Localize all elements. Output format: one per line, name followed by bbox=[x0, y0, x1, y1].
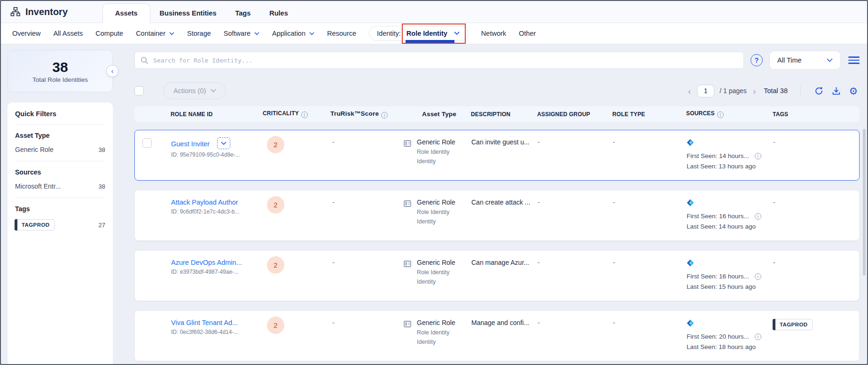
nav-network[interactable]: Network bbox=[481, 30, 506, 37]
time-range-dropdown[interactable]: All Time bbox=[769, 51, 841, 70]
sitemap-icon bbox=[10, 7, 21, 17]
gear-glyph: ⚙ bbox=[849, 86, 858, 96]
tag-pill: TAGPROD bbox=[773, 319, 813, 330]
column-header-trurisk-score: TruRisk™Scorei bbox=[327, 110, 395, 119]
role-identity-table: ROLE NAME ID CRITICALITYi TruRisk™Scorei… bbox=[134, 106, 860, 361]
table-row[interactable]: Viva Glint Tenant Ad... ID: 0ec3f692-38d… bbox=[134, 310, 860, 361]
role-name-cell: Viva Glint Tenant Ad... ID: 0ec3f692-38d… bbox=[168, 319, 260, 335]
asset-type-primary: Generic Role bbox=[417, 319, 455, 326]
filter-section-title: Sources bbox=[15, 168, 105, 176]
asset-type-text: Generic Role Role Identity Identity bbox=[417, 198, 455, 225]
chevron-down-icon bbox=[169, 32, 174, 35]
asset-type-text: Generic Role Role Identity Identity bbox=[417, 319, 455, 345]
nav-application-label: Application bbox=[272, 30, 305, 37]
assigned-group-cell: - bbox=[535, 198, 610, 206]
info-icon[interactable]: i bbox=[717, 111, 724, 118]
total-count-value: 38 bbox=[52, 59, 68, 75]
chevron-down-icon bbox=[221, 142, 227, 145]
menu-icon[interactable] bbox=[848, 55, 860, 66]
info-icon[interactable]: i bbox=[755, 213, 761, 220]
next-page-icon[interactable]: › bbox=[752, 87, 757, 95]
nav-application[interactable]: Application bbox=[272, 30, 314, 37]
table-body: Guest Inviter ID: 95e79109-95c0-4d8e-...… bbox=[134, 130, 860, 361]
tab-rules[interactable]: Rules bbox=[260, 4, 297, 23]
role-name-link[interactable]: Viva Glint Tenant Ad... bbox=[171, 319, 238, 326]
nav-software[interactable]: Software bbox=[224, 30, 259, 37]
nav-all-assets[interactable]: All Assets bbox=[53, 30, 83, 37]
content-area: 38 Total Role Identities ‹ Quick Filters… bbox=[1, 44, 867, 364]
role-identity-label: Role Identity bbox=[407, 30, 447, 37]
table-row[interactable]: Azure DevOps Admin... ID: e3973bdf-4987-… bbox=[134, 250, 860, 301]
vertical-scrollbar[interactable] bbox=[863, 129, 866, 276]
chevron-down-icon bbox=[454, 32, 460, 35]
nav-software-label: Software bbox=[224, 30, 250, 37]
id-badge-icon bbox=[403, 199, 412, 208]
select-all-checkbox[interactable] bbox=[134, 86, 144, 95]
info-icon[interactable]: i bbox=[381, 112, 388, 119]
sidebar-collapse-button[interactable]: ‹ bbox=[106, 65, 118, 77]
role-id-text: ID: 0ec3f692-38d6-4d14-... bbox=[171, 329, 260, 335]
sidebar: 38 Total Role Identities ‹ Quick Filters… bbox=[1, 44, 119, 364]
filter-item-microsoft-entra[interactable]: Microsoft Entr... 38 bbox=[15, 182, 105, 190]
sources-cell: First Seen: 20 hours...i Last Seen: 18 h… bbox=[684, 319, 771, 350]
row-checkbox[interactable] bbox=[142, 138, 152, 148]
table-row[interactable]: Guest Inviter ID: 95e79109-95c0-4d8e-...… bbox=[134, 130, 860, 181]
info-icon[interactable]: i bbox=[755, 333, 761, 340]
criticality-cell: 2 bbox=[260, 259, 328, 274]
info-icon[interactable]: i bbox=[755, 153, 761, 159]
nav-overview[interactable]: Overview bbox=[12, 30, 40, 37]
tab-business-entities[interactable]: Business Entities bbox=[150, 4, 226, 23]
tab-assets[interactable]: Assets bbox=[102, 3, 150, 23]
role-type-cell: - bbox=[610, 259, 684, 266]
nav-container[interactable]: Container bbox=[136, 30, 174, 37]
role-name-link[interactable]: Guest Inviter bbox=[171, 140, 210, 148]
chevron-down-icon bbox=[211, 89, 216, 93]
filter-item-generic-role[interactable]: Generic Role 38 bbox=[15, 146, 105, 153]
previous-page-icon[interactable]: ‹ bbox=[687, 87, 692, 95]
description-cell: Manage and confi... bbox=[469, 319, 535, 326]
nav-container-label: Container bbox=[136, 30, 165, 37]
column-header-role-name-id: ROLE NAME ID bbox=[167, 111, 259, 118]
actions-dropdown-button[interactable]: Actions (0) bbox=[164, 82, 226, 99]
role-name-link[interactable]: Azure DevOps Admin... bbox=[171, 259, 242, 266]
nav-resource[interactable]: Resource bbox=[327, 30, 356, 37]
help-button[interactable]: ? bbox=[751, 54, 763, 66]
role-type-cell: - bbox=[610, 138, 684, 146]
divider bbox=[800, 85, 801, 96]
info-icon[interactable]: i bbox=[755, 273, 761, 280]
nav-other[interactable]: Other bbox=[519, 30, 536, 37]
role-id-text: ID: 95e79109-95c0-4d8e-... bbox=[171, 151, 260, 158]
app-brand: Inventory bbox=[10, 1, 102, 23]
tab-tags[interactable]: Tags bbox=[226, 4, 260, 23]
trurisk-cell: - bbox=[328, 259, 396, 266]
list-controls-row: Actions (0) ‹ 1 / 1 pages › Total 38 bbox=[134, 82, 860, 99]
table-row[interactable]: Attack Payload Author ID: 9c6df0f2-1e7c-… bbox=[134, 190, 860, 241]
filter-section-title: Asset Type bbox=[15, 132, 105, 139]
download-icon[interactable] bbox=[830, 85, 842, 97]
role-name-cell: Guest Inviter ID: 95e79109-95c0-4d8e-... bbox=[168, 138, 260, 158]
nav-compute[interactable]: Compute bbox=[95, 30, 123, 37]
criticality-badge: 2 bbox=[267, 196, 284, 214]
asset-type-secondary: Role Identity bbox=[417, 149, 455, 155]
identity-label: Identity: bbox=[377, 30, 401, 37]
asset-type-tertiary: Identity bbox=[417, 339, 455, 345]
info-icon[interactable]: i bbox=[301, 111, 308, 118]
nav-storage[interactable]: Storage bbox=[187, 30, 211, 37]
tags-cell: TAGPROD bbox=[771, 319, 859, 330]
filter-item-tagprod[interactable]: TAGPROD 27 bbox=[15, 219, 105, 230]
microsoft-entra-icon bbox=[687, 138, 694, 147]
main-panel: ? All Time Actions (0) ‹ 1 / 1 pages › bbox=[119, 44, 867, 364]
search-input[interactable] bbox=[153, 57, 738, 64]
role-name-link[interactable]: Attack Payload Author bbox=[171, 198, 238, 206]
settings-gear-icon[interactable]: ⚙ bbox=[847, 85, 860, 97]
quick-actions-dropdown[interactable] bbox=[217, 137, 230, 149]
trurisk-cell: - bbox=[328, 198, 396, 206]
nav-role-identity[interactable]: Role Identity bbox=[407, 30, 460, 37]
filter-section-asset-type: Asset Type Generic Role 38 bbox=[15, 125, 105, 161]
criticality-cell: 2 bbox=[260, 138, 328, 153]
asset-type-text: Generic Role Role Identity Identity bbox=[417, 259, 455, 285]
last-seen-text: Last Seen: 15 hours ago bbox=[687, 283, 771, 290]
refresh-icon[interactable] bbox=[813, 85, 825, 97]
role-id-text: ID: e3973bdf-4987-49ae-... bbox=[171, 269, 260, 275]
current-page-input[interactable]: 1 bbox=[697, 85, 714, 97]
